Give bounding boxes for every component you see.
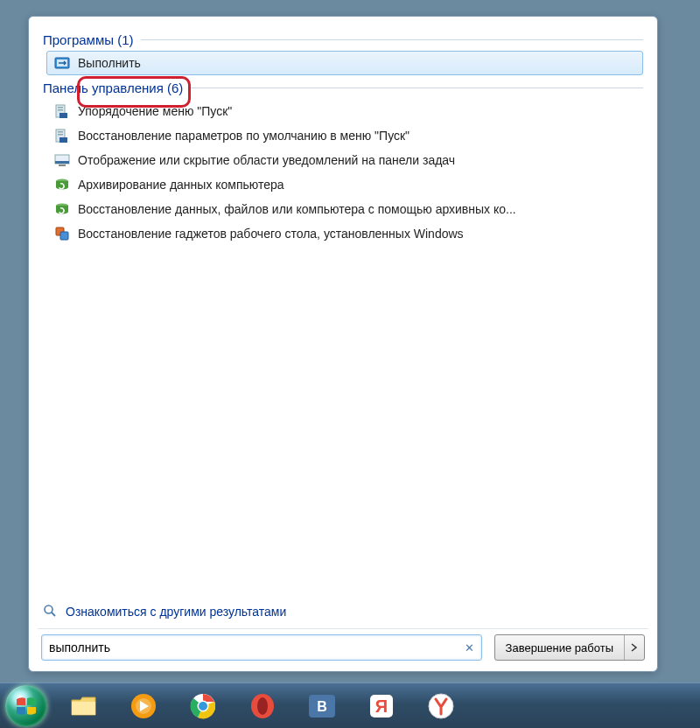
backup-icon	[53, 176, 71, 193]
shutdown-options-arrow[interactable]	[625, 635, 644, 660]
svg-rect-12	[59, 164, 66, 166]
taskbar-item-media-player[interactable]	[116, 688, 172, 724]
result-label: Восстановление данных, файлов или компью…	[78, 202, 516, 216]
startmenu-config-icon	[53, 102, 71, 120]
search-results-area: Программы (1) Выполнить Панель управлени…	[38, 24, 648, 595]
svg-rect-8	[58, 131, 63, 133]
svg-text:B: B	[317, 699, 327, 714]
taskbar: B Я	[0, 682, 700, 728]
result-label: Упорядочение меню "Пуск"	[78, 104, 232, 118]
taskbar-config-icon	[53, 151, 71, 169]
category-header-programs: Программы (1)	[43, 32, 643, 47]
opera-icon	[248, 692, 276, 720]
taskbar-item-opera[interactable]	[234, 688, 290, 724]
run-icon	[53, 54, 71, 72]
result-item-taskbar-notifications[interactable]: Отображение или скрытие области уведомле…	[46, 148, 643, 172]
search-wrap: ✕	[41, 634, 482, 661]
svg-rect-4	[58, 107, 63, 108]
svg-line-18	[52, 612, 55, 616]
shutdown-button: Завершение работы	[494, 634, 645, 661]
divider	[141, 39, 643, 40]
svg-rect-16	[60, 232, 68, 240]
result-item-restore-backup[interactable]: Восстановление данных, файлов или компью…	[46, 197, 643, 221]
result-label: Восстановление гаджетов рабочего стола, …	[78, 227, 464, 241]
svg-rect-9	[58, 134, 63, 136]
taskbar-item-vk[interactable]: B	[294, 688, 350, 724]
divider	[190, 88, 643, 88]
svg-point-17	[45, 606, 52, 613]
category-header-control-panel: Панель управления (6)	[43, 80, 643, 95]
yandex-y-icon	[427, 692, 455, 720]
chrome-icon	[189, 692, 217, 720]
bottom-bar: ✕ Завершение работы	[38, 628, 648, 664]
svg-rect-5	[58, 109, 63, 111]
svg-text:Я: Я	[375, 696, 388, 716]
svg-point-23	[199, 702, 207, 710]
result-item-restore-gadgets[interactable]: Восстановление гаджетов рабочего стола, …	[46, 221, 643, 246]
category-label: Программы (1)	[43, 32, 134, 47]
taskbar-item-explorer[interactable]	[56, 688, 112, 724]
yandex-red-icon: Я	[368, 692, 396, 720]
result-item-run[interactable]: Выполнить	[46, 51, 643, 75]
taskbar-item-chrome[interactable]	[175, 688, 231, 724]
backup-icon	[53, 200, 71, 218]
search-icon	[43, 604, 59, 620]
more-results-link[interactable]: Ознакомиться с другими результатами	[43, 604, 648, 620]
taskbar-item-yandex-browser[interactable]	[413, 688, 469, 724]
svg-point-25	[257, 697, 268, 715]
explorer-icon	[69, 694, 99, 718]
start-button[interactable]	[5, 685, 47, 727]
gadgets-icon	[53, 225, 71, 242]
svg-rect-3	[60, 113, 67, 118]
shutdown-main-button[interactable]: Завершение работы	[495, 635, 625, 660]
clear-search-icon[interactable]: ✕	[463, 640, 477, 654]
start-menu-panel: Программы (1) Выполнить Панель управлени…	[28, 16, 658, 672]
result-label: Восстановление параметров по умолчанию в…	[78, 129, 410, 143]
windows-orb-icon	[14, 694, 38, 718]
wmp-icon	[130, 692, 158, 720]
result-item-backup[interactable]: Архивирование данных компьютера	[46, 172, 643, 197]
shutdown-label: Завершение работы	[506, 641, 613, 654]
result-item-start-order[interactable]: Упорядочение меню "Пуск"	[46, 99, 643, 123]
svg-rect-7	[60, 137, 67, 143]
vk-icon: B	[307, 693, 337, 719]
result-item-start-restore[interactable]: Восстановление параметров по умолчанию в…	[46, 123, 643, 148]
category-label: Панель управления (6)	[43, 80, 183, 95]
result-label: Выполнить	[78, 56, 141, 70]
taskbar-item-yandex-app[interactable]: Я	[354, 688, 410, 724]
svg-rect-11	[55, 161, 69, 164]
more-results-label: Ознакомиться с другими результатами	[66, 605, 286, 619]
result-label: Отображение или скрытие области уведомле…	[78, 153, 455, 167]
result-label: Архивирование данных компьютера	[78, 178, 284, 192]
search-input[interactable]	[41, 634, 482, 661]
startmenu-config-icon	[53, 127, 71, 144]
